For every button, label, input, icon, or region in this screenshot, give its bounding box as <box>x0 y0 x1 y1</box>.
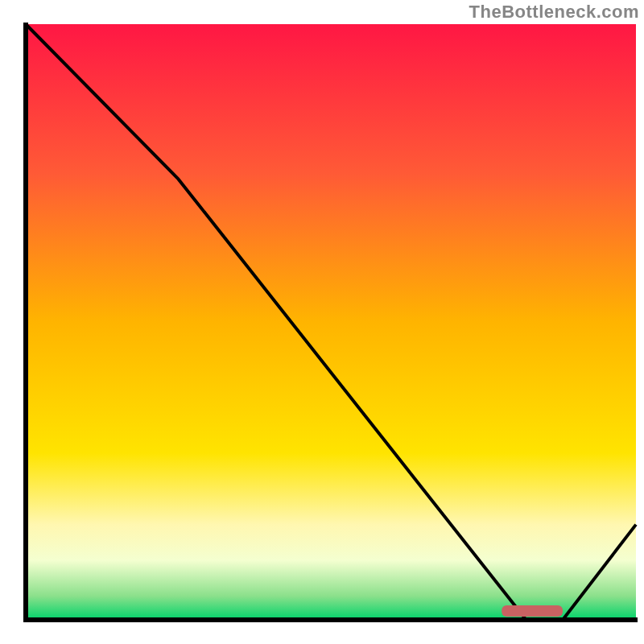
chart-container: TheBottleneck.com <box>0 0 644 644</box>
plot-area <box>26 24 636 620</box>
bottleneck-chart <box>0 0 644 644</box>
watermark-text: TheBottleneck.com <box>469 2 639 23</box>
min-marker <box>502 605 563 617</box>
